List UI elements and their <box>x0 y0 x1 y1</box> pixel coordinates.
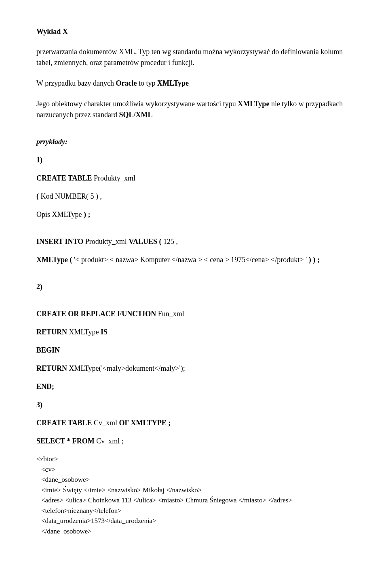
xmltype-keyword-2: XMLType <box>238 100 269 108</box>
xmltype-call: XMLType ( '< produkt> < nazwa> Komputer … <box>36 254 352 265</box>
return-body: RETURN XMLType('<maly>dokument</maly>'); <box>36 363 352 374</box>
xml-adres: <adres> <ulica> Choinkowa 113 </ulica> <… <box>36 495 352 506</box>
paren-close: ) ; <box>82 210 91 218</box>
create-table-keyword: CREATE TABLE <box>36 174 92 182</box>
return-type: XMLType <box>69 328 99 336</box>
example-1-number: 1) <box>36 155 352 166</box>
xmltype-arg: '< produkt> < nazwa> Komputer </nazwa > … <box>72 256 309 264</box>
create-function-keyword: CREATE OR REPLACE FUNCTION <box>36 310 156 318</box>
begin-keyword: BEGIN <box>36 345 352 356</box>
xml-cv: <cv> <box>36 464 352 475</box>
create-table-keyword-2: CREATE TABLE <box>36 419 92 427</box>
column-opis: Opis XMLType ) ; <box>36 209 352 220</box>
oracle-keyword: Oracle <box>116 79 137 87</box>
example-2-number: 2) <box>36 281 352 292</box>
return-expr: XMLType('<maly>dokument</maly>'); <box>69 364 185 372</box>
p2-lead: W przypadku bazy danych <box>36 79 116 87</box>
xml-dane-osobowe: <dane_osobowe> <box>36 475 352 485</box>
create-table-1: CREATE TABLE Produkty_xml <box>36 173 352 184</box>
xml-data-urodzenia: <data_urodzenia>1573</data_urodzenia> <box>36 516 352 526</box>
kod-def: Kod NUMBER( 5 ) , <box>41 192 102 200</box>
return-keyword: RETURN <box>36 328 69 336</box>
sqlxml-keyword: SQL/XML <box>119 111 152 119</box>
is-keyword: IS <box>99 328 108 336</box>
insert-stmt: INSERT INTO Produkty_xml VALUES ( 125 , <box>36 236 352 247</box>
paragraph-3: Jego obiektowy charakter umożliwia wykor… <box>36 99 352 120</box>
values-keyword: VALUES ( <box>129 237 163 246</box>
opis-def: Opis XMLType <box>36 210 82 218</box>
xml-telefon: <telefon>nieznany</telefon> <box>36 506 352 516</box>
page-header: Wykład X <box>36 27 352 36</box>
function-name: Fun_xml <box>156 310 184 318</box>
xml-dane-osobowe-close: </dane_osobowe> <box>36 526 352 537</box>
create-function: CREATE OR REPLACE FUNCTION Fun_xml <box>36 309 352 319</box>
insert-table: Produkty_xml <box>83 237 129 246</box>
end-keyword: END; <box>36 381 352 392</box>
xml-imie: <imie> Święty </imie> <nazwisko> Mikołaj… <box>36 485 352 496</box>
paragraph-1: przetwarzania dokumentów XML. Typ ten wg… <box>36 46 352 68</box>
p2-mid: to typ <box>137 79 158 87</box>
return-keyword-2: RETURN <box>36 364 69 372</box>
xmltype-keyword: XMLType <box>157 79 189 87</box>
paren-open: ( <box>36 192 41 200</box>
insert-keyword: INSERT INTO <box>36 237 83 246</box>
example-3-number: 3) <box>36 399 352 410</box>
create-table-2-name: Cv_xml <box>92 419 119 427</box>
paragraph-2: W przypadku bazy danych Oracle to typ XM… <box>36 78 352 89</box>
p3-lead: Jego obiektowy charakter umożliwia wykor… <box>36 100 238 108</box>
of-xmltype-keyword: OF XMLTYPE ; <box>119 419 171 427</box>
create-table-name: Produkty_xml <box>92 174 136 182</box>
return-type-line: RETURN XMLType IS <box>36 327 352 338</box>
column-kod: ( Kod NUMBER( 5 ) , <box>36 191 352 202</box>
xml-zbior: <zbior> <box>36 454 352 464</box>
select-keyword: SELECT * FROM <box>36 437 95 445</box>
select-stmt: SELECT * FROM Cv_xml ; <box>36 436 352 447</box>
xmltype-ctor: XMLType ( <box>36 256 72 264</box>
select-rest: Cv_xml ; <box>95 437 124 445</box>
xmltype-close: ) ) ; <box>309 256 320 264</box>
create-table-2: CREATE TABLE Cv_xml OF XMLTYPE ; <box>36 418 352 428</box>
insert-value: 125 , <box>163 237 178 246</box>
examples-label: przykłady: <box>36 136 352 147</box>
